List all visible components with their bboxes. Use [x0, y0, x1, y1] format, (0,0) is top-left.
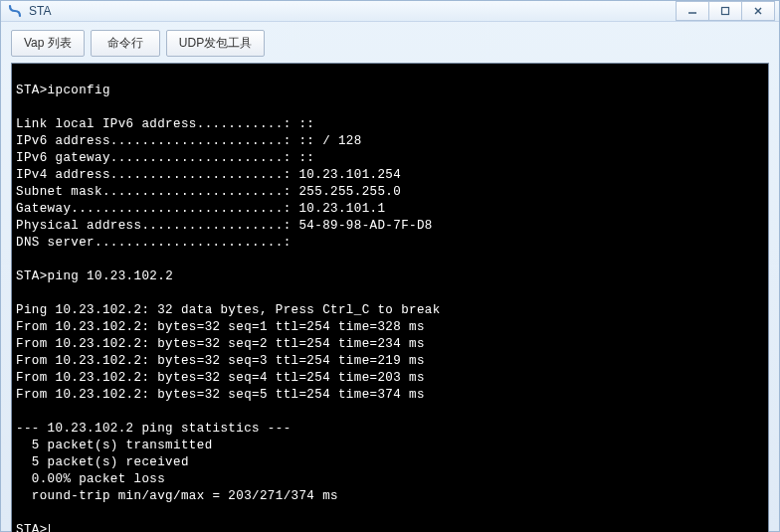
terminal[interactable]: STA>ipconfig Link local IPv6 address....… [11, 63, 769, 532]
terminal-line: Physical address..................: 54-8… [16, 219, 433, 233]
content-area: STA>ipconfig Link local IPv6 address....… [1, 63, 779, 532]
tab-udp-tool[interactable]: UDP发包工具 [166, 30, 265, 57]
close-button[interactable] [741, 1, 775, 21]
terminal-line: round-trip min/avg/max = 203/271/374 ms [16, 489, 338, 503]
titlebar: STA [1, 1, 779, 22]
terminal-line: Subnet mask.......................: 255.… [16, 185, 401, 199]
tab-cli[interactable]: 命令行 [91, 30, 160, 57]
terminal-line: STA>ping 10.23.102.2 [16, 269, 173, 283]
terminal-line: Ping 10.23.102.2: 32 data bytes, Press C… [16, 303, 441, 317]
minimize-button[interactable] [676, 1, 709, 21]
terminal-line: IPv6 address......................: :: /… [16, 134, 362, 148]
terminal-line: From 10.23.102.2: bytes=32 seq=4 ttl=254… [16, 371, 425, 385]
cursor-icon [49, 524, 50, 533]
prompt: STA> [16, 522, 48, 532]
terminal-line: From 10.23.102.2: bytes=32 seq=3 ttl=254… [16, 354, 425, 368]
toolbar: Vap 列表 命令行 UDP发包工具 [1, 22, 779, 63]
window-controls [677, 1, 775, 21]
tab-vap-list[interactable]: Vap 列表 [11, 30, 85, 57]
terminal-line: 0.00% packet loss [16, 472, 165, 486]
prompt: STA> [16, 84, 48, 97]
terminal-line: From 10.23.102.2: bytes=32 seq=2 ttl=254… [16, 337, 425, 351]
prompt: STA> [16, 269, 48, 283]
terminal-line: --- 10.23.102.2 ping statistics --- [16, 422, 292, 436]
terminal-line: 5 packet(s) transmitted [16, 439, 213, 452]
command-text: ping 10.23.102.2 [48, 269, 173, 283]
terminal-line: Link local IPv6 address...........: :: [16, 117, 314, 131]
command-text: ipconfig [48, 84, 110, 97]
terminal-line: STA>ipconfig [16, 84, 110, 97]
terminal-line: From 10.23.102.2: bytes=32 seq=5 ttl=254… [16, 388, 425, 402]
terminal-prompt-line[interactable]: STA> [16, 522, 764, 532]
terminal-line: IPv4 address......................: 10.2… [16, 168, 401, 182]
terminal-line: Gateway...........................: 10.2… [16, 202, 385, 216]
terminal-line: 5 packet(s) received [16, 455, 189, 469]
window-title: STA [29, 4, 677, 18]
app-icon [7, 3, 23, 19]
maximize-button[interactable] [708, 1, 742, 21]
svg-rect-1 [722, 8, 729, 15]
terminal-line: DNS server........................: [16, 236, 292, 250]
app-window: STA Vap 列表 命令行 UDP发包工具 STA>ipconfig Link… [0, 0, 780, 532]
terminal-line: IPv6 gateway......................: :: [16, 151, 314, 165]
terminal-line: From 10.23.102.2: bytes=32 seq=1 ttl=254… [16, 320, 425, 334]
